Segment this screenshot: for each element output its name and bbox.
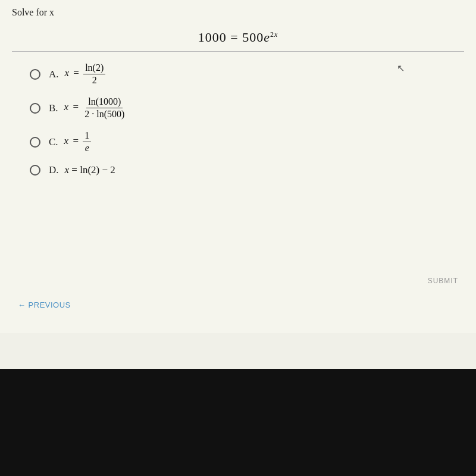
- equation-container: 1000 = 500e2x: [12, 30, 464, 45]
- option-label-b: B.: [49, 102, 58, 114]
- option-row-c: C. x = 1 e: [30, 130, 446, 154]
- option-row-a: A. x = ln(2) 2: [30, 62, 446, 86]
- previous-button[interactable]: ← PREVIOUS: [18, 300, 71, 309]
- content-area: Solve for x 1000 = 500e2x ↖ A. x = ln(2)…: [0, 0, 476, 333]
- cursor-indicator: ↖: [397, 62, 405, 74]
- fraction-c: 1 e: [83, 130, 91, 154]
- option-label-d: D.: [49, 164, 59, 176]
- options-area: A. x = ln(2) 2 B. x = ln(1000) 2: [12, 62, 464, 176]
- option-content-d: x = ln(2) − 2: [65, 164, 115, 176]
- screen: Solve for x 1000 = 500e2x ↖ A. x = ln(2)…: [0, 0, 476, 369]
- divider: [12, 51, 464, 52]
- fraction-c-denominator: e: [83, 142, 91, 154]
- option-content-b: x = ln(1000) 2 · ln(500): [64, 96, 129, 120]
- radio-a[interactable]: [30, 69, 40, 80]
- option-row-d: D. x = ln(2) − 2: [30, 164, 446, 176]
- option-label-c: C.: [49, 136, 58, 148]
- black-bar: [0, 369, 476, 476]
- radio-c[interactable]: [30, 137, 40, 148]
- option-label-a: A.: [49, 68, 59, 80]
- option-row-b: B. x = ln(1000) 2 · ln(500): [30, 96, 446, 120]
- fraction-b-denominator: 2 · ln(500): [83, 108, 126, 120]
- solve-for-label: Solve for x: [12, 7, 464, 18]
- submit-button[interactable]: SUBMIT: [428, 277, 458, 285]
- radio-b[interactable]: [30, 103, 40, 114]
- option-content-a: x = ln(2) 2: [65, 62, 108, 86]
- option-content-c: x = 1 e: [64, 130, 93, 154]
- submit-btn-area: SUBMIT: [428, 275, 458, 286]
- equation: 1000 = 500e2x: [198, 30, 278, 45]
- fraction-a-numerator: ln(2): [83, 62, 105, 74]
- fraction-a-denominator: 2: [90, 74, 99, 86]
- radio-d[interactable]: [30, 165, 40, 176]
- fraction-b: ln(1000) 2 · ln(500): [83, 96, 126, 120]
- fraction-b-numerator: ln(1000): [86, 96, 123, 108]
- fraction-c-numerator: 1: [83, 130, 91, 142]
- fraction-a: ln(2) 2: [83, 62, 105, 86]
- previous-btn-area: ← PREVIOUS: [18, 300, 71, 309]
